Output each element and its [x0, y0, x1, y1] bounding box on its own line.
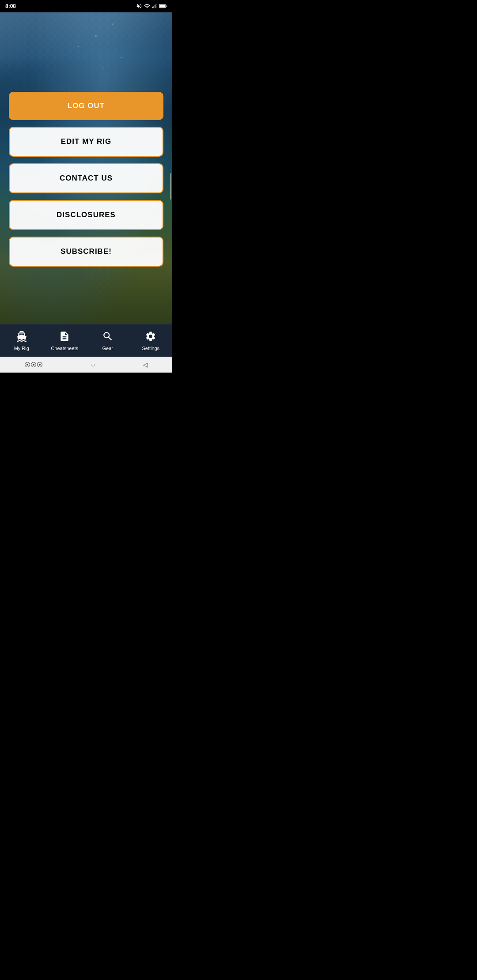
android-home-button[interactable]: ○	[82, 359, 103, 370]
nav-label-settings: Settings	[142, 346, 159, 351]
edit-my-rig-button[interactable]: EDIT MY RIG	[9, 127, 163, 157]
main-content: LOG OUT EDIT MY RIG CONTACT US DISCLOSUR…	[0, 12, 172, 324]
search-icon	[102, 331, 114, 344]
wifi-icon	[144, 3, 150, 9]
svg-rect-6	[159, 5, 165, 7]
nav-item-gear[interactable]: Gear	[86, 327, 129, 354]
android-nav-bar: ⦿⦿⦿ ○ ◁	[0, 357, 172, 373]
svg-rect-5	[166, 5, 167, 7]
nav-item-my-rig[interactable]: My Rig	[0, 327, 43, 354]
scroll-indicator	[170, 173, 171, 200]
gear-icon	[145, 331, 156, 344]
signal-icon	[152, 4, 157, 9]
disclosures-button[interactable]: DISCLOSURES	[9, 200, 163, 230]
list-icon	[59, 331, 70, 344]
nav-label-my-rig: My Rig	[14, 346, 29, 351]
logout-button[interactable]: LOG OUT	[9, 92, 163, 120]
contact-us-button[interactable]: CONTACT US	[9, 163, 163, 193]
boat-icon	[16, 331, 27, 344]
status-icons	[136, 3, 167, 9]
svg-rect-1	[154, 6, 155, 8]
nav-item-cheatsheets[interactable]: Cheatsheets	[43, 327, 87, 354]
mute-icon	[136, 3, 142, 9]
nav-label-cheatsheets: Cheatsheets	[51, 346, 78, 351]
android-recents-button[interactable]: ⦿⦿⦿	[15, 359, 52, 370]
subscribe-button[interactable]: SUBSCRIBE!	[9, 237, 163, 267]
svg-rect-3	[156, 4, 157, 8]
nav-item-settings[interactable]: Settings	[129, 327, 173, 354]
nav-label-gear: Gear	[102, 346, 113, 351]
battery-icon	[159, 4, 167, 8]
status-time: 8:08	[5, 3, 16, 9]
svg-rect-0	[152, 7, 153, 8]
android-back-button[interactable]: ◁	[134, 359, 157, 370]
status-bar: 8:08	[0, 0, 172, 12]
bottom-nav: My Rig Cheatsheets Gear Settings	[0, 324, 172, 357]
svg-rect-2	[155, 5, 155, 8]
